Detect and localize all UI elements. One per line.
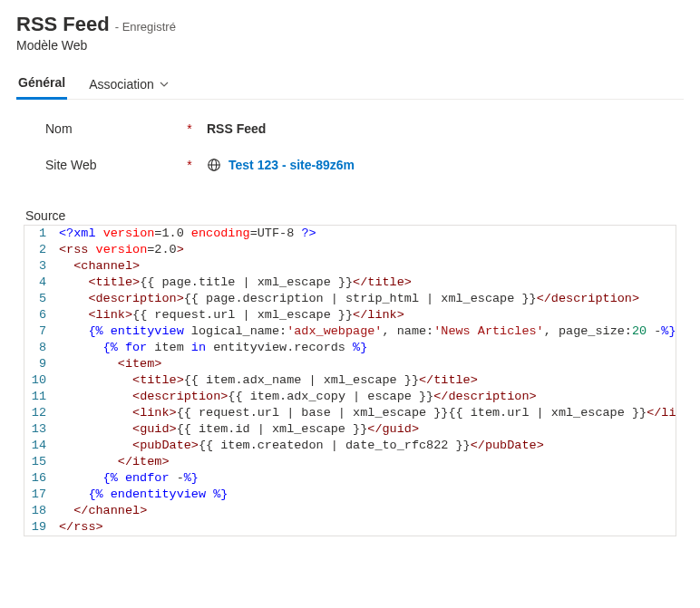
code-content[interactable]: <description>{{ item.adx_copy | escape }… <box>53 389 537 405</box>
line-number: 10 <box>24 372 53 389</box>
line-number: 3 <box>24 258 53 275</box>
tab-general[interactable]: Général <box>16 70 67 100</box>
site-lookup[interactable]: Test 123 - site-89z6m <box>198 158 355 172</box>
code-line[interactable]: 10 <title>{{ item.adx_name | xml_escape … <box>24 372 676 389</box>
line-number: 11 <box>24 389 53 405</box>
line-number: 16 <box>24 470 53 487</box>
code-line[interactable]: 2<rss version=2.0> <box>24 242 676 258</box>
code-line[interactable]: 18 </channel> <box>24 503 676 519</box>
code-content[interactable]: <link>{{ request.url | xml_escape }}</li… <box>53 307 404 323</box>
code-content[interactable]: <rss version=2.0> <box>53 242 184 258</box>
code-line[interactable]: 14 <pubDate>{{ item.createdon | date_to_… <box>24 438 676 454</box>
line-number: 2 <box>24 242 53 258</box>
chevron-down-icon <box>160 80 169 89</box>
code-content[interactable]: <title>{{ item.adx_name | xml_escape }}<… <box>53 372 478 389</box>
code-content[interactable]: {% entityview logical_name:'adx_webpage'… <box>53 323 676 340</box>
line-number: 13 <box>24 421 53 438</box>
line-number: 15 <box>24 454 53 470</box>
tab-general-label: Général <box>18 75 65 90</box>
code-content[interactable]: {% endentityview %} <box>53 487 228 503</box>
required-indicator: * <box>181 158 198 172</box>
code-content[interactable]: </rss> <box>53 519 103 536</box>
line-number: 17 <box>24 487 53 503</box>
code-line[interactable]: 5 <description>{{ page.description | str… <box>24 291 676 307</box>
line-number: 14 <box>24 438 53 454</box>
code-line[interactable]: 16 {% endfor -%} <box>24 470 676 487</box>
code-content[interactable]: <?xml version=1.0 encoding=UTF-8 ?> <box>53 226 316 242</box>
code-line[interactable]: 6 <link>{{ request.url | xml_escape }}</… <box>24 307 676 323</box>
code-content[interactable]: {% endfor -%} <box>53 470 199 487</box>
code-content[interactable]: </channel> <box>53 503 147 519</box>
code-line[interactable]: 15 </item> <box>24 454 676 470</box>
code-line[interactable]: 1<?xml version=1.0 encoding=UTF-8 ?> <box>24 226 676 242</box>
tab-bar: Général Association <box>16 69 684 100</box>
code-line[interactable]: 4 <title>{{ page.title | xml_escape }}</… <box>24 275 676 291</box>
line-number: 4 <box>24 275 53 291</box>
page-title: RSS Feed <box>16 13 110 36</box>
code-line[interactable]: 8 {% for item in entityview.records %} <box>24 340 676 356</box>
code-content[interactable]: </item> <box>53 454 170 470</box>
code-content[interactable]: <link>{{ request.url | base | xml_escape… <box>53 405 676 421</box>
line-number: 18 <box>24 503 53 519</box>
code-line[interactable]: 3 <channel> <box>24 258 676 275</box>
name-label: Nom <box>45 121 181 136</box>
code-content[interactable]: <guid>{{ item.id | xml_escape }}</guid> <box>53 421 419 438</box>
required-indicator: * <box>181 121 198 136</box>
code-line[interactable]: 12 <link>{{ request.url | base | xml_esc… <box>24 405 676 421</box>
code-content[interactable]: <channel> <box>53 258 140 275</box>
code-line[interactable]: 9 <item> <box>24 356 676 372</box>
line-number: 12 <box>24 405 53 421</box>
code-line[interactable]: 11 <description>{{ item.adx_copy | escap… <box>24 389 676 405</box>
name-value[interactable]: RSS Feed <box>198 121 266 136</box>
line-number: 19 <box>24 519 53 536</box>
code-content[interactable]: <item> <box>53 356 161 372</box>
code-content[interactable]: <pubDate>{{ item.createdon | date_to_rfc… <box>53 438 544 454</box>
line-number: 6 <box>24 307 53 323</box>
code-line[interactable]: 17 {% endentityview %} <box>24 487 676 503</box>
code-line[interactable]: 19</rss> <box>24 519 676 536</box>
tab-association[interactable]: Association <box>87 70 170 100</box>
line-number: 9 <box>24 356 53 372</box>
globe-icon <box>207 158 221 172</box>
code-content[interactable]: {% for item in entityview.records %} <box>53 340 367 356</box>
site-label: Site Web <box>45 158 181 172</box>
tab-association-label: Association <box>89 77 154 92</box>
code-content[interactable]: <description>{{ page.description | strip… <box>53 291 639 307</box>
saved-badge: - Enregistré <box>115 20 176 34</box>
source-label: Source <box>25 208 684 223</box>
line-number: 5 <box>24 291 53 307</box>
site-link-text: Test 123 - site-89z6m <box>228 158 355 172</box>
line-number: 1 <box>24 226 53 242</box>
code-line[interactable]: 7 {% entityview logical_name:'adx_webpag… <box>24 323 676 340</box>
entity-subtitle: Modèle Web <box>16 38 684 53</box>
source-code-editor[interactable]: 1<?xml version=1.0 encoding=UTF-8 ?>2<rs… <box>24 225 676 536</box>
code-line[interactable]: 13 <guid>{{ item.id | xml_escape }}</gui… <box>24 421 676 438</box>
code-content[interactable]: <title>{{ page.title | xml_escape }}</ti… <box>53 275 412 291</box>
line-number: 7 <box>24 323 53 340</box>
line-number: 8 <box>24 340 53 356</box>
